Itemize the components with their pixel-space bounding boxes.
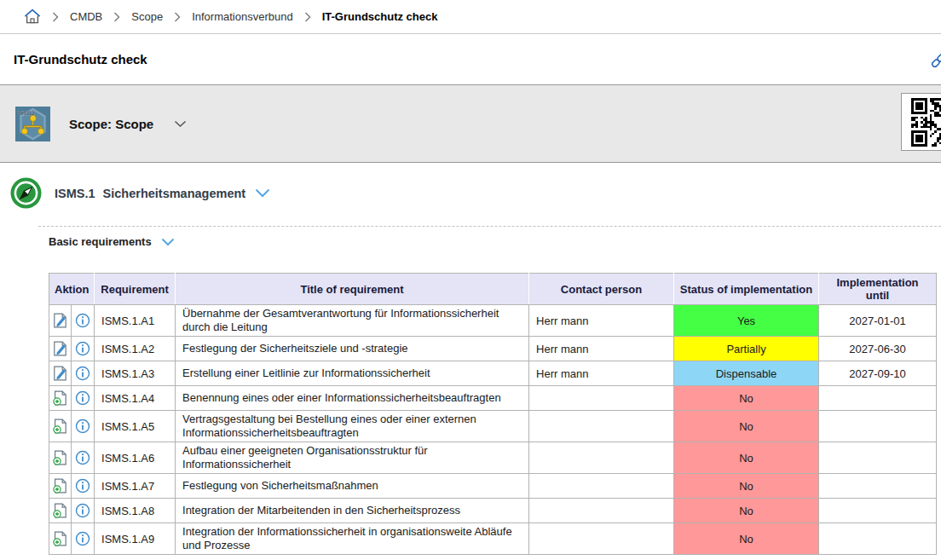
add-action-cell[interactable]: [49, 442, 72, 474]
info-action-cell[interactable]: [72, 523, 95, 555]
contact-person: [529, 386, 674, 411]
home-icon[interactable]: [24, 9, 41, 25]
requirement-id: ISMS.1.A7: [95, 474, 176, 499]
info-action-cell[interactable]: [72, 442, 95, 474]
info-action-cell[interactable]: [72, 386, 95, 411]
edit-icon[interactable]: [53, 366, 67, 378]
scope-object-icon[interactable]: VIVA2: [15, 107, 50, 141]
requirement-title: Erstellung einer Leitlinie zur Informati…: [176, 361, 529, 386]
implementation-until: [819, 386, 937, 411]
table-row: ISMS.1.A7Festlegung von Sicherheitsmaßna…: [49, 474, 937, 499]
status-of-implementation: No: [674, 499, 819, 523]
implementation-until: 2027-06-30: [819, 337, 937, 361]
section-title: ISMS.1 Sicherheitsmanagement: [55, 187, 245, 200]
info-icon[interactable]: [75, 313, 90, 326]
add-document-icon[interactable]: [53, 503, 67, 516]
status-of-implementation: No: [674, 386, 819, 411]
info-action-cell[interactable]: [72, 305, 95, 337]
table-row: ISMS.1.A5Vertragsgestaltung bei Bestellu…: [49, 411, 937, 442]
requirement-id: ISMS.1.A9: [95, 523, 176, 555]
add-action-cell[interactable]: [49, 499, 72, 523]
info-icon[interactable]: [75, 478, 90, 491]
breadcrumb-item-cmdb[interactable]: CMDB: [70, 10, 102, 23]
edit-icon[interactable]: [53, 341, 67, 354]
column-header-status: Status of implementation: [674, 274, 819, 305]
requirement-title: Festlegung von Sicherheitsmaßnahmen: [176, 474, 529, 499]
scope-header: VIVA2 Scope: Scope: [0, 84, 941, 163]
info-action-cell[interactable]: [72, 361, 95, 386]
contact-person: Herr mann: [529, 337, 674, 361]
implementation-until: [819, 474, 937, 499]
requirement-id: ISMS.1.A2: [95, 337, 176, 361]
add-action-cell[interactable]: [49, 411, 72, 442]
implementation-until: [819, 411, 937, 442]
column-header-requirement: Requirement: [95, 274, 176, 305]
info-icon[interactable]: [75, 531, 90, 544]
info-icon[interactable]: [75, 366, 90, 378]
add-document-icon[interactable]: [53, 390, 67, 403]
breadcrumb-item-informationsverbund[interactable]: Informationsverbund: [192, 10, 293, 23]
status-of-implementation: Yes: [674, 305, 819, 337]
subsection-header: Basic requirements: [49, 234, 941, 249]
status-of-implementation: No: [674, 474, 819, 499]
info-icon[interactable]: [75, 450, 90, 463]
requirement-title: Aufbau einer geeigneten Organisationsstr…: [176, 442, 529, 474]
requirement-title: Vertragsgestaltung bei Bestellung eines …: [176, 411, 529, 442]
scope-title: Scope: Scope: [69, 117, 153, 131]
add-action-cell[interactable]: [49, 386, 72, 411]
requirement-id: ISMS.1.A1: [95, 305, 176, 337]
requirements-tbody: ISMS.1.A1Übernahme der Gesamtverantwortu…: [49, 305, 937, 555]
table-row: ISMS.1.A6Aufbau einer geeigneten Organis…: [49, 442, 937, 474]
table-row: ISMS.1.A1Übernahme der Gesamtverantwortu…: [49, 305, 937, 337]
edit-action-cell[interactable]: [49, 337, 72, 361]
breadcrumb-separator-icon: [113, 12, 120, 22]
contact-person: [529, 411, 674, 442]
requirement-title: Integration der Mitarbeitenden in den Si…: [176, 499, 529, 523]
add-document-icon[interactable]: [53, 478, 67, 491]
implementation-until: [819, 523, 937, 555]
implementation-until: [819, 442, 937, 474]
contact-person: Herr mann: [529, 305, 674, 337]
section-name: Sicherheitsmanagement: [103, 187, 246, 200]
table-row: ISMS.1.A8Integration der Mitarbeitenden …: [49, 499, 937, 523]
info-icon[interactable]: [75, 341, 90, 354]
subsection-title: Basic requirements: [49, 235, 152, 248]
implementation-until: 2027-09-10: [819, 361, 937, 386]
breadcrumb-item-scope[interactable]: Scope: [131, 10, 163, 23]
requirement-title: Übernahme der Gesamtverantwortung für In…: [176, 305, 529, 337]
add-document-icon[interactable]: [53, 531, 67, 544]
contact-person: [529, 499, 674, 523]
add-action-cell[interactable]: [49, 474, 72, 499]
contact-person: [529, 442, 674, 474]
add-action-cell[interactable]: [49, 523, 72, 555]
info-action-cell[interactable]: [72, 474, 95, 499]
column-header-title: Title of requirement: [176, 274, 529, 305]
info-icon[interactable]: [75, 503, 90, 516]
edit-action-cell[interactable]: [49, 361, 72, 386]
add-document-icon[interactable]: [53, 450, 67, 463]
section-id: ISMS.1: [55, 187, 95, 200]
requirement-id: ISMS.1.A3: [95, 361, 176, 386]
contact-person: Herr mann: [529, 361, 674, 386]
column-header-aktion: Aktion: [49, 274, 95, 305]
contact-person: [529, 474, 674, 499]
subsection-chevron-down-icon[interactable]: [161, 238, 175, 246]
status-of-implementation: No: [674, 411, 819, 442]
info-icon[interactable]: [75, 390, 90, 403]
status-of-implementation: No: [674, 442, 819, 474]
chevron-down-icon[interactable]: [174, 120, 187, 128]
info-action-cell[interactable]: [72, 337, 95, 361]
table-row: ISMS.1.A3Erstellung einer Leitlinie zur …: [49, 361, 937, 386]
info-action-cell[interactable]: [72, 411, 95, 442]
qr-code: [901, 93, 941, 151]
edit-icon[interactable]: [53, 313, 67, 326]
add-document-icon[interactable]: [53, 419, 67, 431]
info-action-cell[interactable]: [72, 499, 95, 523]
section-chevron-down-icon[interactable]: [255, 188, 270, 198]
info-icon[interactable]: [75, 419, 90, 431]
breadcrumb-separator-icon: [174, 12, 181, 22]
requirement-id: ISMS.1.A8: [95, 499, 176, 523]
link-icon[interactable]: [929, 51, 941, 72]
edit-action-cell[interactable]: [49, 305, 72, 337]
status-of-implementation: Partially: [674, 337, 819, 361]
